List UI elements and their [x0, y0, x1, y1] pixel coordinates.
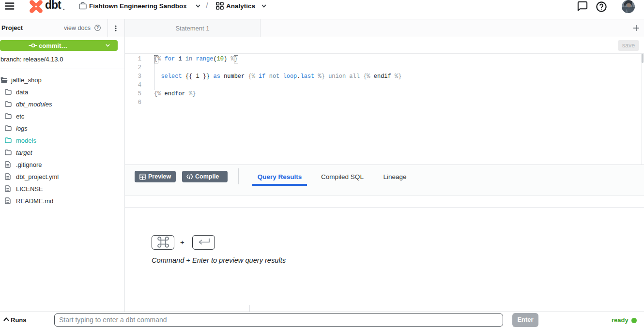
svg-text:?: ? [96, 25, 99, 30]
